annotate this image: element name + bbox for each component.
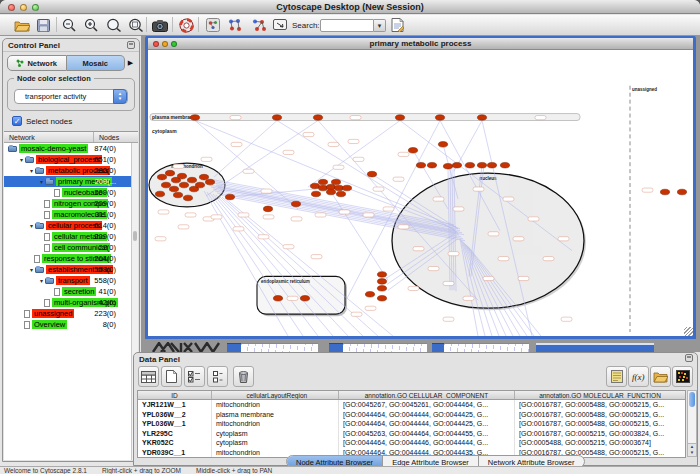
zoom-window-icon[interactable] <box>32 4 39 11</box>
tree-row-establishment-of-lo[interactable]: ▾establishment of lo558(0) <box>4 264 138 275</box>
network-node[interactable] <box>173 192 182 198</box>
tree-row-mosaic-demo-yeast[interactable]: mosaic-demo-yeast874(0) <box>4 143 138 154</box>
network-node[interactable] <box>416 162 425 168</box>
tree-row-overview[interactable]: Overview8(0) <box>4 319 138 330</box>
minimize-window-icon[interactable] <box>20 4 27 11</box>
network-node[interactable] <box>438 142 447 148</box>
document-edit-icon[interactable] <box>388 16 407 34</box>
network-node[interactable] <box>205 179 214 185</box>
network-node[interactable] <box>377 295 386 301</box>
network-node[interactable] <box>331 179 340 185</box>
network-node[interactable] <box>165 170 174 176</box>
background-window[interactable] <box>444 343 529 352</box>
expand-triangle-icon[interactable]: ▾ <box>18 156 25 163</box>
scrollbar-arrows[interactable]: ▲▼ <box>688 443 696 456</box>
vizmapper-icon[interactable] <box>203 16 222 34</box>
network-node[interactable] <box>336 191 345 197</box>
frame-zoom-icon[interactable] <box>171 41 177 47</box>
network-node[interactable] <box>477 115 486 121</box>
formula-icon[interactable]: f(x) <box>628 366 649 387</box>
frame-minimize-icon[interactable] <box>162 41 168 47</box>
network-node[interactable] <box>313 115 322 121</box>
background-window[interactable] <box>343 343 427 352</box>
help-ring-icon[interactable] <box>177 16 196 34</box>
network-node[interactable] <box>187 177 196 183</box>
network-node[interactable] <box>365 292 374 298</box>
expand-triangle-icon[interactable]: ▾ <box>28 266 35 273</box>
tree-row-cellular-metabo[interactable]: cellular metabo209(0) <box>4 231 138 242</box>
background-window[interactable] <box>241 343 318 352</box>
network-node[interactable] <box>300 295 309 301</box>
expand-triangle-icon[interactable]: ▾ <box>38 277 45 284</box>
network-node[interactable] <box>660 189 669 195</box>
node-color-dropdown[interactable]: transporter activity ▲▼ <box>14 89 128 104</box>
expand-triangle-icon[interactable]: ▾ <box>38 178 45 185</box>
network-node[interactable] <box>157 174 166 180</box>
network-node[interactable] <box>500 162 509 168</box>
network-canvas[interactable]: plasma membranecytoplasmmitochondrionnuc… <box>148 50 693 336</box>
unselect-attributes-icon[interactable] <box>207 366 228 387</box>
network-node[interactable] <box>183 195 192 201</box>
select-nodes-checkbox[interactable]: ✓ <box>12 116 22 126</box>
import-attributes-icon[interactable] <box>650 366 671 387</box>
notes-icon[interactable] <box>606 366 627 387</box>
column-header[interactable]: _cellularLayoutRegion <box>212 391 339 399</box>
background-window[interactable] <box>432 343 444 352</box>
float-panel-icon[interactable] <box>685 354 693 362</box>
select-attributes-icon[interactable] <box>184 366 205 387</box>
tree-row-cell-communicat[interactable]: cell communicat22(0) <box>4 242 138 253</box>
network-from-selection-icon[interactable] <box>225 16 244 34</box>
table-scrollbar[interactable]: ▲▼ <box>687 390 697 457</box>
network-node[interactable] <box>195 182 204 188</box>
network-node[interactable] <box>367 171 376 177</box>
network-node[interactable] <box>273 295 282 301</box>
network-node[interactable] <box>477 162 486 168</box>
new-attribute-icon[interactable] <box>161 366 182 387</box>
zoom-selected-icon[interactable] <box>126 16 145 34</box>
network-node[interactable] <box>177 173 186 179</box>
network-node[interactable] <box>190 115 199 121</box>
network-node[interactable] <box>199 174 208 180</box>
network-node[interactable] <box>452 162 461 168</box>
table-row[interactable]: YPL036W__2plasma membrane[GO:0044464, GO… <box>138 410 685 420</box>
network-node[interactable] <box>318 185 327 191</box>
column-header[interactable]: ID <box>138 391 212 399</box>
tree-row-primary-metabo[interactable]: ▾primary metabo209(... <box>4 176 138 187</box>
background-window[interactable] <box>536 343 654 352</box>
network-node[interactable] <box>395 115 404 121</box>
network-node[interactable] <box>161 182 170 188</box>
zoom-in-icon[interactable] <box>82 16 101 34</box>
tree-row-secretion[interactable]: secretion41(0) <box>4 286 138 297</box>
save-icon[interactable] <box>34 16 53 34</box>
tab-overflow-icon[interactable]: ▶ <box>125 55 136 71</box>
network-node[interactable] <box>326 189 335 195</box>
network-node[interactable] <box>427 162 436 168</box>
network-node[interactable] <box>677 189 686 195</box>
network-node[interactable] <box>179 182 188 188</box>
network-node[interactable] <box>443 163 452 169</box>
column-header[interactable]: annotation.GO CELLULAR_COMPONENT <box>339 391 515 399</box>
network-node[interactable] <box>342 185 351 191</box>
network-node[interactable] <box>435 115 444 121</box>
network-node[interactable] <box>377 286 386 292</box>
tree-row-response-to-stimulu[interactable]: response to stimulu264(0) <box>4 253 138 264</box>
attribute-table-icon[interactable] <box>138 366 159 387</box>
table-row[interactable]: YPL036W__1mitochondrion[GO:0044464, GO:0… <box>138 419 685 429</box>
matrix-icon[interactable] <box>672 366 693 387</box>
new-network-view-icon[interactable] <box>249 16 268 34</box>
network-node[interactable] <box>318 179 327 185</box>
tree-row-metabolic-process[interactable]: ▾metabolic process280(0) <box>4 165 138 176</box>
table-row[interactable]: YKR052Ccytoplasm[GO:0044464, GO:0044446,… <box>138 438 685 448</box>
network-node[interactable] <box>408 148 417 154</box>
network-node[interactable] <box>272 115 281 121</box>
close-window-icon[interactable] <box>8 4 15 11</box>
tree-row-transport[interactable]: ▾transport558(0) <box>4 275 138 286</box>
network-node[interactable] <box>311 191 320 197</box>
background-window[interactable] <box>227 343 241 352</box>
network-node[interactable] <box>291 201 300 207</box>
frame-close-icon[interactable] <box>153 41 159 47</box>
search-input[interactable] <box>320 19 374 32</box>
tree-row-multi-organism-pro[interactable]: multi-organism pro42(0) <box>4 297 138 308</box>
network-node[interactable] <box>263 206 272 212</box>
network-node[interactable] <box>225 194 234 200</box>
